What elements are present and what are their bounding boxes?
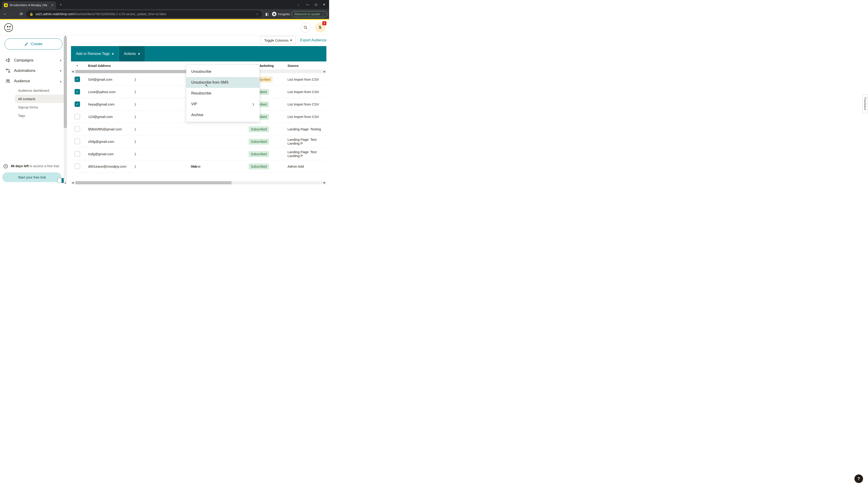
dropdown-item-unsubscribe-sms[interactable]: Unsubscribe from SMS (186, 77, 259, 88)
chevron-right-icon[interactable]: ❯ (134, 152, 136, 156)
minimize-icon[interactable]: — (306, 3, 309, 6)
toggle-columns-button[interactable]: Toggle Columns ▾ (260, 36, 296, 44)
tab-title: All subscribers of Moodjoy | Ma (9, 4, 49, 7)
source-cell: List Import from CSV (287, 90, 327, 94)
status-badge: Subscribed (249, 126, 269, 132)
row-checkbox[interactable] (74, 139, 80, 144)
dropdown-item-resubscribe[interactable]: Resubscribe (186, 88, 259, 99)
back-button[interactable]: ← (2, 11, 8, 17)
row-checkbox[interactable] (74, 126, 80, 132)
reload-button[interactable]: ⟳ (18, 11, 24, 17)
col-header-source[interactable]: Source (287, 64, 327, 68)
pencil-icon (24, 42, 29, 46)
email-cell: zfxfg@gmail.com (84, 140, 114, 143)
tab-list-chevron-icon[interactable]: ⌄ (297, 3, 300, 6)
chevron-right-icon[interactable]: ❯ (134, 127, 136, 131)
trial-promo: 89 days left to access a free trial. Sta… (2, 162, 61, 182)
color-widget[interactable] (58, 178, 64, 183)
row-checkbox[interactable]: ✓ (74, 101, 80, 107)
svg-point-9 (8, 71, 10, 73)
notification-badge: 2 (322, 21, 327, 25)
scroll-thumb[interactable] (64, 37, 67, 128)
scroll-down-arrow-icon[interactable]: ▼ (64, 182, 67, 184)
source-cell: List Import from CSV (287, 77, 327, 81)
add-remove-tags-button[interactable]: Add or Remove Tags ▾ (71, 46, 119, 61)
relaunch-button[interactable]: Relaunch to update ⋮ (291, 11, 327, 17)
create-label: Create (31, 42, 42, 46)
row-checkbox[interactable] (74, 164, 80, 169)
chevron-right-icon[interactable]: ❯ (134, 140, 136, 143)
search-button[interactable] (301, 23, 311, 33)
scroll-right-arrow-icon[interactable]: ▶ (324, 182, 326, 184)
scroll-left-arrow-icon[interactable]: ◀ (72, 70, 74, 73)
create-button[interactable]: Create (4, 38, 62, 50)
table-row[interactable]: fjfdbdvf85@gmail.com❯ Subscribed Landing… (71, 123, 327, 135)
chevron-right-icon[interactable]: ❯ (134, 115, 136, 119)
scroll-thumb[interactable] (75, 181, 231, 184)
chevron-right-icon[interactable]: ❯ (134, 90, 136, 94)
email-cell: tryfg@gmail.com (84, 152, 114, 156)
sidebar-item-automations[interactable]: Automations ▾ (2, 66, 65, 76)
sidebar-item-audience[interactable]: Audience ▴ (2, 76, 65, 86)
megaphone-icon (5, 58, 10, 63)
chevron-down-icon: ▾ (60, 69, 61, 72)
email-cell: Girl@gmail.com (84, 77, 112, 81)
mailchimp-logo-icon[interactable] (4, 23, 13, 32)
dropdown-item-archive[interactable]: Archive (186, 109, 259, 121)
bookmark-star-icon[interactable]: ☆ (256, 12, 259, 16)
chevron-right-icon[interactable]: ❯ (134, 103, 136, 106)
sidebar-item-campaigns[interactable]: Campaigns ▾ (2, 55, 65, 66)
col-header-email[interactable]: Email Address (84, 64, 141, 68)
source-cell: List Import from CSV (287, 115, 327, 119)
chevron-right-icon[interactable]: ❯ (134, 165, 136, 168)
status-badge: Subscribed (249, 139, 269, 144)
sidebar-sub-dashboard[interactable]: Audience dashboard (15, 86, 65, 95)
tags-btn-label: Add or Remove Tags (76, 52, 110, 56)
incognito-label: Incognito (278, 12, 290, 16)
bulk-action-bar: Add or Remove Tags ▾ Actions ▾ (71, 46, 327, 61)
status-badge: Subscribed (249, 151, 269, 157)
svg-point-1 (7, 26, 8, 27)
scroll-up-arrow-icon[interactable]: ▲ (64, 35, 67, 38)
export-audience-button[interactable]: Export Audience (300, 38, 327, 42)
browser-tab[interactable]: ✦ All subscribers of Moodjoy | Ma ✕ (2, 1, 56, 9)
sidebar-sub-signup[interactable]: Signup forms (15, 103, 65, 111)
sidebar-label: Audience (14, 79, 30, 84)
dropdown-item-vip[interactable]: VIP❯ (186, 99, 259, 109)
profile-avatar[interactable]: S 2 (315, 23, 325, 33)
chevron-down-icon: ▾ (138, 52, 140, 56)
row-checkbox[interactable] (74, 114, 80, 119)
svg-line-4 (306, 28, 307, 29)
browser-tab-strip: ✦ All subscribers of Moodjoy | Ma ✕ ＋ ⌄ … (0, 0, 329, 9)
address-bar[interactable]: 🔒 us21.admin.mailchimp.com/lists/members… (26, 10, 262, 18)
start-trial-button[interactable]: Start your free trial (2, 172, 61, 182)
close-window-icon[interactable]: ✕ (323, 3, 326, 6)
table-row[interactable]: zfxfg@gmail.com❯ Subscribed Landing Page… (71, 135, 327, 148)
chevron-right-icon[interactable]: ❯ (134, 78, 136, 81)
dropdown-item-unsubscribe[interactable]: Unsubscribe (186, 66, 259, 77)
actions-button[interactable]: Actions ▾ (119, 46, 145, 61)
scroll-left-arrow-icon[interactable]: ◀ (72, 182, 74, 184)
row-checkbox[interactable]: ✓ (74, 89, 80, 94)
extensions-icon[interactable]: ◧ (264, 11, 270, 17)
maximize-icon[interactable]: ◻ (315, 3, 317, 6)
new-tab-button[interactable]: ＋ (56, 2, 66, 7)
scroll-right-arrow-icon[interactable]: ▶ (324, 70, 326, 73)
svg-point-11 (8, 80, 9, 81)
row-checkbox[interactable]: ✓ (74, 76, 80, 82)
table-row[interactable]: d901eace@moodjoy.com❯ Shane Deli Subscri… (71, 160, 327, 173)
horizontal-scrollbar-bottom[interactable]: ◀ ▶ (71, 181, 327, 184)
table-row[interactable]: tryfg@gmail.com❯ Subscribed Landing Page… (71, 148, 327, 160)
window-controls: ⌄ — ◻ ✕ (297, 3, 329, 6)
email-cell: d901eace@moodjoy.com (84, 164, 126, 168)
source-cell: Landing Page: Test Landing P (287, 138, 327, 145)
email-cell: Love@yahoo.com (84, 90, 116, 94)
close-tab-icon[interactable]: ✕ (51, 3, 54, 7)
forward-button[interactable]: → (10, 11, 16, 17)
row-checkbox[interactable] (74, 151, 80, 157)
audience-icon (5, 78, 10, 84)
sidebar-sub-tags[interactable]: Tags (15, 111, 65, 120)
sidebar-scrollbar[interactable]: ▲ ▼ (64, 35, 67, 184)
select-all-toggle[interactable]: ▾ (71, 64, 84, 67)
sidebar-sub-contacts[interactable]: All contacts (15, 95, 65, 103)
